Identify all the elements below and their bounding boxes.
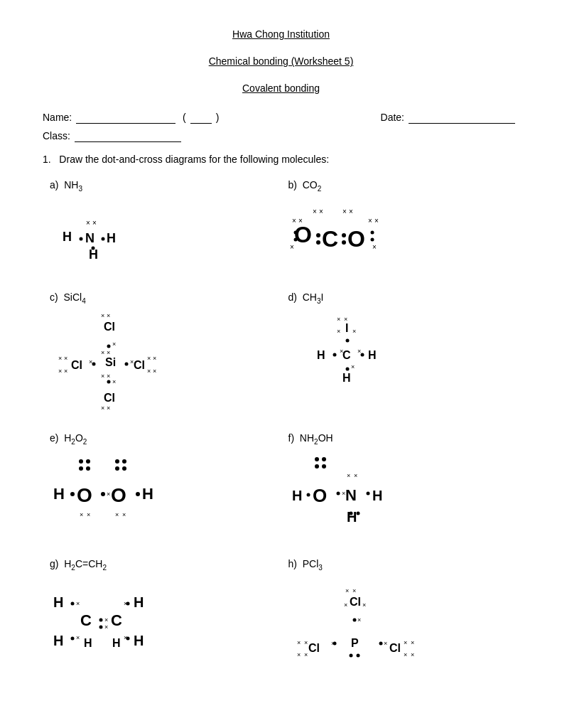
- svg-text:×: ×: [411, 651, 414, 658]
- svg-point-64: [345, 338, 349, 342]
- svg-text:×: ×: [147, 355, 151, 362]
- svg-point-98: [315, 464, 319, 469]
- svg-text:×: ×: [337, 316, 340, 323]
- svg-text:×: ×: [362, 601, 366, 609]
- worksheet-subtitle: Chemical bonding (Worksheet 5): [43, 55, 519, 67]
- svg-text:O: O: [77, 484, 92, 506]
- svg-text:×: ×: [107, 312, 110, 319]
- svg-point-73: [345, 367, 349, 370]
- molecule-co2-diagram: ×× × O C O ×× × ××: [288, 198, 459, 269]
- date-field[interactable]: [409, 111, 515, 124]
- svg-text:Cl: Cl: [71, 359, 82, 371]
- topic-title: Covalent bonding: [43, 82, 519, 94]
- svg-point-79: [86, 466, 90, 471]
- svg-point-87: [115, 466, 119, 471]
- svg-text:×: ×: [319, 208, 323, 215]
- molecule-h2o2-diagram: H O ×× × O: [50, 451, 192, 529]
- svg-text:×: ×: [153, 355, 156, 362]
- svg-point-6: [92, 246, 95, 250]
- svg-point-88: [122, 466, 126, 471]
- svg-text:H: H: [112, 637, 121, 649]
- molecule-ch3i-diagram: I ×× × × C H × H × H: [288, 311, 416, 403]
- svg-point-34: [107, 344, 111, 348]
- svg-text:H: H: [142, 485, 153, 503]
- class-field[interactable]: [75, 129, 181, 142]
- svg-text:×: ×: [101, 349, 104, 356]
- svg-text:N: N: [345, 486, 357, 504]
- svg-text:H: H: [53, 594, 63, 610]
- svg-point-140: [352, 619, 356, 622]
- svg-point-14: [316, 240, 320, 245]
- svg-text:H: H: [84, 637, 92, 649]
- svg-text:×: ×: [352, 587, 356, 594]
- molecule-nh2oh-label: f) NH2OH: [288, 432, 513, 446]
- svg-point-3: [102, 237, 105, 240]
- initial-field[interactable]: [190, 111, 212, 124]
- svg-text:×: ×: [104, 623, 108, 631]
- svg-text:×: ×: [374, 217, 379, 225]
- svg-text:I: I: [345, 322, 348, 334]
- svg-point-81: [86, 459, 90, 464]
- svg-point-122: [71, 637, 75, 641]
- svg-text:×: ×: [76, 600, 80, 607]
- molecule-nh3-label: a) NH3: [50, 179, 274, 193]
- molecule-sicl4: c) SiCl4 Si Cl ×× × Cl ×× ×× ×: [43, 286, 281, 427]
- svg-text:×: ×: [304, 651, 308, 658]
- svg-point-102: [336, 492, 340, 496]
- molecule-nh3: a) NH3 H N H H × ×: [43, 173, 281, 286]
- molecule-h2c-ch2: g) H2C=CH2 H × C × × C H ×: [43, 552, 281, 693]
- svg-text:O: O: [313, 485, 327, 506]
- svg-text:×: ×: [368, 217, 372, 225]
- svg-text:H: H: [317, 349, 325, 361]
- svg-text:×: ×: [107, 491, 110, 498]
- svg-text:×: ×: [352, 328, 356, 335]
- molecule-pcl3-diagram: P Cl ×× × × × Cl ×× ×× ×: [288, 577, 431, 677]
- date-label: Date:: [381, 112, 404, 123]
- svg-text:C: C: [322, 226, 338, 252]
- molecule-h2c-ch2-diagram: H × C × × C H × H: [50, 577, 199, 663]
- svg-text:×: ×: [349, 208, 353, 215]
- svg-text:H: H: [53, 633, 63, 648]
- svg-text:×: ×: [101, 405, 104, 410]
- svg-point-13: [316, 233, 320, 237]
- svg-text:×: ×: [384, 640, 387, 647]
- svg-point-78: [79, 466, 83, 471]
- svg-point-28: [370, 230, 374, 234]
- svg-point-27: [293, 237, 297, 241]
- svg-text:×: ×: [153, 368, 156, 375]
- svg-text:×: ×: [124, 600, 127, 607]
- svg-text:×: ×: [304, 639, 308, 646]
- molecule-ch3i: d) CH3I I ×× × × C H × H: [281, 286, 520, 427]
- svg-text:×: ×: [86, 219, 90, 227]
- svg-text:×: ×: [104, 616, 108, 623]
- paren-close: ): [216, 112, 220, 123]
- svg-point-26: [293, 230, 297, 234]
- svg-text:H: H: [342, 372, 351, 384]
- svg-point-76: [70, 492, 75, 496]
- svg-text:×: ×: [107, 405, 110, 410]
- svg-text:×: ×: [313, 208, 317, 215]
- svg-text:H: H: [63, 230, 72, 244]
- svg-text:H: H: [107, 231, 116, 245]
- svg-text:Cl: Cl: [350, 596, 361, 608]
- svg-text:×: ×: [297, 639, 301, 646]
- svg-text:×: ×: [130, 358, 134, 365]
- svg-text:×: ×: [58, 368, 62, 375]
- svg-text:×: ×: [87, 511, 90, 518]
- institution-title: Hwa Chong Institution: [43, 28, 519, 40]
- svg-text:×: ×: [122, 511, 126, 518]
- svg-text:×: ×: [112, 341, 116, 348]
- svg-text:×: ×: [92, 219, 97, 227]
- svg-text:×: ×: [342, 208, 347, 215]
- svg-point-16: [342, 233, 346, 237]
- svg-text:O: O: [347, 226, 365, 252]
- svg-text:×: ×: [344, 601, 347, 609]
- name-field[interactable]: [76, 111, 175, 124]
- name-label: Name:: [43, 112, 72, 123]
- svg-text:×: ×: [357, 348, 361, 355]
- svg-text:×: ×: [345, 587, 349, 594]
- molecule-co2-label: b) CO2: [288, 179, 513, 193]
- svg-point-116: [99, 619, 103, 622]
- svg-point-1: [80, 237, 83, 240]
- svg-text:×: ×: [64, 355, 67, 362]
